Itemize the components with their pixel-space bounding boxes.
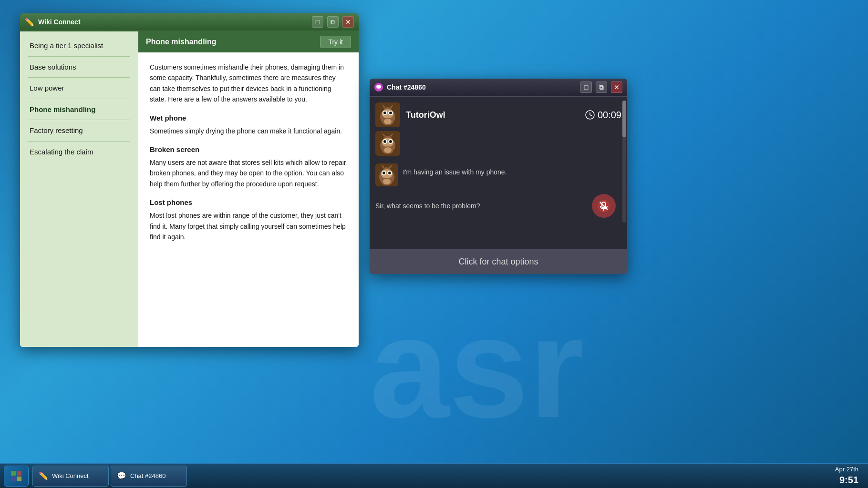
wiki-main-content: Phone mishandling Try it Customers somet… <box>138 31 359 347</box>
taskbar-date: Apr 27th <box>835 466 858 474</box>
svg-point-33 <box>384 147 392 153</box>
wiki-nav-base-solutions[interactable]: Base solutions <box>28 57 130 78</box>
taskbar-time: 9:51 <box>835 474 858 486</box>
mute-icon[interactable] <box>592 194 616 218</box>
svg-rect-53 <box>11 471 16 476</box>
taskbar-chat-icon: 💬 <box>117 471 126 480</box>
taskbar-wiki-label: Wiki Connect <box>52 472 89 479</box>
chat-maximize-btn[interactable]: ⧉ <box>596 81 607 93</box>
owl-svg-top <box>376 103 399 126</box>
wiki-section-2-heading: Broken screen <box>150 144 347 155</box>
chat-footer-text: Click for chat options <box>458 257 538 267</box>
mute-svg <box>597 199 610 213</box>
wiki-section-3-text: Most lost phones are within range of the… <box>150 210 347 242</box>
background-logo: asr <box>370 285 584 450</box>
svg-point-9 <box>390 112 392 114</box>
wiki-try-button[interactable]: Try it <box>320 36 351 48</box>
chat-scrollbar[interactable] <box>622 101 626 223</box>
chat-agent-name: TutoriOwl <box>406 110 579 120</box>
svg-point-41 <box>383 173 385 174</box>
svg-rect-54 <box>17 471 21 476</box>
chat-window: Chat #24860 □ ⧉ ✕ <box>370 79 627 274</box>
chat-agent-message-row: Sir, what seems to be the problem? <box>375 194 621 218</box>
svg-rect-56 <box>17 477 21 481</box>
start-icon <box>10 469 23 483</box>
owl-svg-bottom <box>376 132 399 155</box>
taskbar-chat-item[interactable]: 💬 Chat #24860 <box>111 466 187 487</box>
chat-user-message-row: I'm having an issue with my phone. <box>375 163 621 186</box>
wiki-section-1-text: Sometimes simply drying the phone can ma… <box>150 126 347 136</box>
timer-icon <box>585 110 595 120</box>
chat-bubble-svg <box>376 84 382 90</box>
svg-marker-45 <box>381 164 385 168</box>
wiki-minimize-btn[interactable]: □ <box>312 16 323 28</box>
svg-marker-13 <box>390 104 393 108</box>
wiki-title-icon: ✏️ <box>25 18 34 27</box>
chat-timer-value: 00:09 <box>598 110 621 121</box>
wiki-intro-text: Customers sometimes mishandle their phon… <box>150 62 347 105</box>
wiki-topic-header: Phone mishandling Try it <box>138 31 359 52</box>
chat-bubble-icon <box>374 83 383 92</box>
wiki-section-1-heading: Wet phone <box>150 112 347 124</box>
wiki-title-text: Wiki Connect <box>38 18 308 26</box>
chat-titlebar: Chat #24860 □ ⧉ ✕ <box>370 79 627 97</box>
chat-minimize-btn[interactable]: □ <box>580 81 592 93</box>
owl-avatar-group <box>375 102 400 127</box>
chat-title-text: Chat #24860 <box>387 83 577 91</box>
taskbar-start-button[interactable] <box>4 466 29 487</box>
taskbar-chat-label: Chat #24860 <box>130 472 165 479</box>
wiki-nav-factory-resetting[interactable]: Factory resetting <box>28 120 130 142</box>
svg-marker-30 <box>382 133 386 137</box>
svg-marker-12 <box>382 104 386 108</box>
wiki-nav-low-power[interactable]: Low power <box>28 78 130 99</box>
svg-point-48 <box>383 179 391 184</box>
taskbar: ✏️ Wiki Connect 💬 Chat #24860 Apr 27th 9… <box>0 463 868 488</box>
svg-point-0 <box>376 85 381 89</box>
svg-line-18 <box>590 115 592 116</box>
chat-footer[interactable]: Click for chat options <box>370 249 627 274</box>
wiki-nav-escalating-claim[interactable]: Escalating the claim <box>28 142 130 163</box>
wiki-content-area: Being a tier 1 specialist Base solutions… <box>20 31 359 347</box>
owl-svg-user <box>375 163 398 186</box>
wiki-close-btn[interactable]: ✕ <box>342 16 354 28</box>
chat-scrollbar-thumb <box>622 101 626 137</box>
svg-point-15 <box>384 119 392 124</box>
chat-body: TutoriOwl 00:09 <box>370 97 627 249</box>
chat-timer: 00:09 <box>585 110 621 121</box>
chat-agent-message-text: Sir, what seems to be the problem? <box>375 201 480 211</box>
svg-point-27 <box>390 141 392 142</box>
owl-avatar-bottom <box>375 131 400 156</box>
chat-agent-row: TutoriOwl 00:09 <box>375 102 621 127</box>
taskbar-wiki-icon: ✏️ <box>39 471 48 480</box>
svg-point-42 <box>389 173 391 174</box>
chat-user-avatar <box>375 163 398 186</box>
wiki-nav-phone-mishandling[interactable]: Phone mishandling <box>28 99 130 121</box>
svg-rect-55 <box>11 477 16 481</box>
wiki-sidebar: Being a tier 1 specialist Base solutions… <box>20 31 138 347</box>
wiki-maximize-btn[interactable]: ⧉ <box>327 16 339 28</box>
wiki-body: Customers sometimes mishandle their phon… <box>138 52 359 347</box>
owl-avatar-second-row <box>375 131 621 156</box>
wiki-topic-title: Phone mishandling <box>146 38 217 46</box>
taskbar-clock: Apr 27th 9:51 <box>835 466 864 486</box>
wiki-section-3-heading: Lost phones <box>150 197 347 208</box>
wiki-connect-window: ✏️ Wiki Connect □ ⧉ ✕ Being a tier 1 spe… <box>20 13 359 347</box>
svg-point-8 <box>384 112 386 114</box>
taskbar-wiki-item[interactable]: ✏️ Wiki Connect <box>32 466 109 487</box>
wiki-nav-being-tier[interactable]: Being a tier 1 specialist <box>28 37 130 57</box>
svg-point-26 <box>384 141 386 142</box>
chat-user-message-text: I'm having an issue with my phone. <box>403 163 506 177</box>
svg-marker-31 <box>390 133 393 137</box>
svg-marker-46 <box>389 164 393 168</box>
wiki-section-2-text: Many users are not aware that stores sel… <box>150 157 347 189</box>
wiki-titlebar: ✏️ Wiki Connect □ ⧉ ✕ <box>20 13 359 31</box>
owl-avatar-top <box>375 102 400 127</box>
chat-close-btn[interactable]: ✕ <box>611 81 622 93</box>
